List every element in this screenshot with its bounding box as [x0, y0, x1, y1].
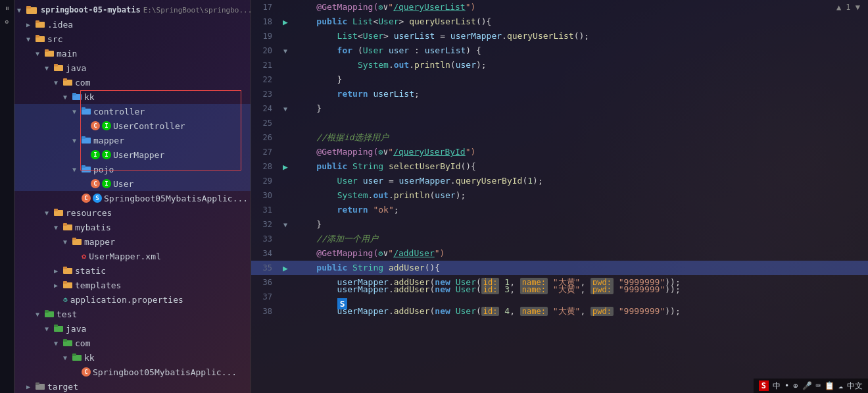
- code-line-29: 29 User user = userMapper.queryUserById(…: [251, 174, 868, 188]
- tree-item-resources[interactable]: ▼ resources: [14, 205, 251, 220]
- code-line-23: 23 return userList;: [251, 87, 868, 101]
- tree-item-target[interactable]: ▶ target: [14, 379, 251, 393]
- run-icon-18[interactable]: ▶: [283, 17, 288, 27]
- sidebar-icon-1[interactable]: ≡: [1, 3, 13, 14]
- ann-34: @GetMapping(: [296, 248, 378, 258]
- tree-item-test[interactable]: ▼ test: [14, 307, 251, 321]
- code-line-35: 35 ▶ public String addUser(){: [251, 261, 868, 275]
- code-line-30: 30 System.out.println(user);: [251, 188, 868, 203]
- tree-item-main[interactable]: ▼ main: [14, 46, 251, 61]
- svg-rect-7: [45, 49, 49, 52]
- paren-37: (: [476, 284, 481, 294]
- arrow-mapper: ▼: [72, 137, 82, 144]
- status-keyboard[interactable]: ⌨: [816, 381, 821, 390]
- tree-item-mybatis[interactable]: ▼ mybatis: [14, 220, 251, 234]
- tree-item-root[interactable]: ▼ springboot-05-mybatis E:\SpringBoot\sp…: [14, 3, 251, 17]
- code-content[interactable]: ▲ 1 ▼ 17 @GetMapping(⚙∨"/queryUserList")…: [251, 0, 868, 393]
- svg-rect-23: [63, 223, 67, 226]
- sogou-icon[interactable]: S: [759, 380, 769, 391]
- line-content-24: }: [293, 101, 868, 116]
- str-pwd-37: "9999999": [619, 284, 665, 294]
- plain3-29: .: [450, 176, 456, 186]
- link-17: /queryUserList: [393, 2, 466, 12]
- fn-println-30: println: [394, 190, 430, 200]
- run-icon-28[interactable]: ▶: [283, 162, 288, 172]
- tree-item-java[interactable]: ▼ java: [14, 61, 251, 75]
- code-line-22: 22 }: [251, 72, 868, 87]
- line-content-17: @GetMapping(⚙∨"/queryUserList"): [293, 0, 868, 14]
- plain-37h: ));: [665, 284, 680, 294]
- plain2-18: >: [399, 16, 410, 26]
- sidebar-icon-2[interactable]: ⚙: [1, 16, 13, 28]
- run-icon-35[interactable]: ▶: [283, 263, 288, 273]
- tree-item-mapper-res[interactable]: ▼ mapper: [14, 234, 251, 249]
- var-user-30: user: [435, 190, 455, 200]
- kk-label: kk: [84, 92, 95, 102]
- fold-icon-20[interactable]: ▼: [283, 47, 287, 55]
- mapper-res-label: mapper: [84, 237, 115, 247]
- line-num-21: 21: [251, 61, 277, 70]
- type-system-21: System: [358, 60, 389, 70]
- arrow-src: ▼: [26, 36, 36, 43]
- plain-37e: [548, 284, 553, 294]
- tree-item-usermapper[interactable]: ▶ I I UserMapper: [14, 147, 251, 162]
- tree-item-usermapper-xml[interactable]: ▶ ✿ UserMapper.xml: [14, 249, 251, 263]
- kw-new-37: new: [435, 284, 455, 294]
- type-system-30: System: [337, 190, 368, 200]
- tree-item-src[interactable]: ▼ src: [14, 32, 251, 46]
- plain-32: }: [296, 219, 322, 229]
- svg-rect-27: [63, 267, 67, 269]
- fn-query-18: queryUserList: [409, 16, 476, 26]
- tree-item-user[interactable]: ▶ C I User: [14, 176, 251, 191]
- status-clipboard[interactable]: 📋: [825, 381, 834, 390]
- type-string-28: String: [352, 161, 383, 171]
- tree-item-pojo[interactable]: ▼ pojo: [14, 162, 251, 176]
- testkk-label: kk: [84, 353, 95, 363]
- line-content-19: List<User> userList = userMapper.queryUs…: [293, 29, 868, 43]
- tree-item-com[interactable]: ▼ com: [14, 75, 251, 90]
- status-lang[interactable]: 中文: [847, 380, 863, 392]
- tree-item-idea[interactable]: ▶ .idea: [14, 17, 251, 32]
- status-chinese[interactable]: 中: [773, 380, 781, 392]
- folder-icon-main: [45, 49, 54, 57]
- folder-icon-testcom: [63, 339, 72, 347]
- tree-item-controller[interactable]: ▼ controller: [14, 104, 251, 118]
- user-label: User: [113, 179, 133, 189]
- arrow-templates: ▶: [54, 282, 63, 289]
- tree-item-mapper[interactable]: ▼ mapper: [14, 133, 251, 147]
- tree-item-usercontroller[interactable]: ▶ C I UserController: [14, 118, 251, 133]
- plain2-19: >: [383, 31, 394, 41]
- arrow-com: ▼: [54, 79, 63, 86]
- arrow-main: ▼: [36, 50, 45, 57]
- plain-21a: [296, 60, 358, 70]
- badge-c-usercontroller: C: [91, 121, 100, 130]
- status-plus[interactable]: ⊕: [793, 381, 798, 390]
- param-id-37: id:: [481, 285, 500, 294]
- plain-38h: ));: [665, 306, 680, 316]
- link-34: /addUser: [393, 248, 435, 258]
- line-num-23: 23: [251, 90, 277, 99]
- tree-item-templates[interactable]: ▶ templates: [14, 278, 251, 292]
- plain2-20: [383, 45, 389, 55]
- status-mic[interactable]: 🎤: [802, 381, 812, 390]
- plain-29: [358, 176, 363, 186]
- tree-item-kk[interactable]: ▼ kk: [14, 90, 251, 104]
- code-line-28: 28 ▶ public String selectUserById(){: [251, 159, 868, 174]
- tree-item-testcom[interactable]: ▼ com: [14, 336, 251, 350]
- tree-item-testapp[interactable]: ▶ C Springboot05MybatisApplic...: [14, 365, 251, 379]
- tree-item-appprops[interactable]: ▶ ⚙ application.properties: [14, 292, 251, 307]
- kw-for-20: for: [296, 45, 358, 55]
- fold-icon-32[interactable]: ▼: [283, 221, 287, 228]
- tree-item-static[interactable]: ▶ static: [14, 263, 251, 278]
- tree-item-testjava[interactable]: ▼ java: [14, 321, 251, 336]
- file-tree-inner: ▼ springboot-05-mybatis E:\SpringBoot\sp…: [14, 0, 251, 393]
- fold-icon-24[interactable]: ▼: [283, 105, 287, 113]
- arrow-mybatis: ▼: [54, 224, 63, 231]
- status-cloud[interactable]: ☁: [838, 381, 843, 390]
- svg-rect-33: [54, 325, 58, 327]
- tree-item-testkk[interactable]: ▼ kk: [14, 350, 251, 365]
- code-line-26: 26 //根据id选择用户: [251, 130, 868, 145]
- svg-rect-21: [54, 209, 58, 211]
- tree-item-springapp[interactable]: ▶ C S Springboot05MybatisApplic...: [14, 191, 251, 205]
- line-content-38: userMapper.addUser(new User(id: 4, name:…: [293, 304, 868, 319]
